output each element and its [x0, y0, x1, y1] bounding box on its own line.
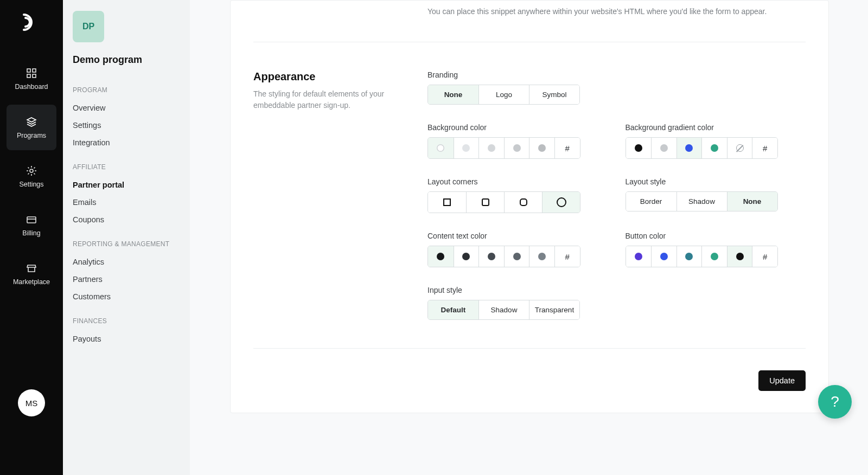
rail-label: Marketplace — [13, 278, 50, 286]
bg-color-swatch-4[interactable] — [529, 138, 554, 158]
layout-style-label: Layout style — [626, 177, 806, 186]
sidebar-link-payouts[interactable]: Payouts — [73, 330, 180, 348]
program-sidebar: DP Demo program Program Overview Setting… — [63, 0, 190, 475]
button-color-swatch-1[interactable] — [651, 246, 676, 267]
input-style-default[interactable]: Default — [428, 300, 478, 319]
text-color-swatch-0[interactable] — [428, 246, 454, 267]
rail-item-programs[interactable]: Programs — [7, 105, 56, 150]
logo-icon — [21, 12, 42, 33]
corner-option-rounded-sm[interactable] — [466, 192, 504, 213]
sidebar-link-partners[interactable]: Partners — [73, 271, 180, 288]
layout-style-field: Layout style Border Shadow None — [626, 177, 806, 213]
text-color-swatch-4[interactable] — [529, 246, 554, 267]
sidebar-link-settings[interactable]: Settings — [73, 117, 180, 134]
layout-style-border[interactable]: Border — [626, 192, 676, 211]
sidebar-section-affiliate: Affiliate — [73, 163, 180, 171]
store-icon — [25, 262, 37, 274]
svg-point-4 — [30, 169, 33, 172]
user-avatar[interactable]: MS — [18, 389, 45, 416]
bg-color-swatch-1[interactable] — [454, 138, 479, 158]
bg-color-swatch-2[interactable] — [478, 138, 504, 158]
snippet-desc: You can place this snippet anywhere with… — [427, 7, 806, 16]
program-title: Demo program — [73, 54, 180, 66]
text-color-swatch-1[interactable] — [454, 246, 479, 267]
bg-gradient-swatch-3[interactable] — [701, 138, 727, 158]
bg-color-label: Background color — [427, 123, 608, 132]
credit-card-icon — [25, 214, 37, 226]
bg-gradient-swatches: # — [626, 137, 778, 159]
bg-color-swatch-0[interactable] — [428, 138, 454, 158]
sidebar-link-partner-portal[interactable]: Partner portal — [73, 176, 180, 194]
sidebar-section-reporting: Reporting & Management — [73, 240, 180, 248]
button-color-swatch-4[interactable] — [727, 246, 752, 267]
layout-corners-options — [427, 191, 580, 213]
rail-item-marketplace[interactable]: Marketplace — [7, 251, 56, 297]
branding-option-symbol[interactable]: Symbol — [529, 85, 579, 104]
sidebar-link-emails[interactable]: Emails — [73, 194, 180, 211]
sidebar-section-program: Program — [73, 86, 180, 94]
text-color-custom[interactable]: # — [554, 246, 580, 267]
update-button[interactable]: Update — [758, 370, 806, 391]
layers-icon — [25, 116, 37, 128]
rail-item-dashboard[interactable]: Dashboard — [7, 56, 56, 101]
text-color-swatch-3[interactable] — [504, 246, 529, 267]
dashboard-icon — [25, 67, 37, 79]
svg-rect-2 — [27, 74, 30, 78]
rail-item-billing[interactable]: Billing — [7, 202, 56, 248]
branding-option-logo[interactable]: Logo — [478, 85, 529, 104]
help-icon: ? — [831, 393, 839, 410]
bg-gradient-swatch-1[interactable] — [651, 138, 676, 158]
gear-icon — [25, 165, 37, 177]
help-button[interactable]: ? — [818, 385, 852, 419]
sidebar-section-finances: Finances — [73, 317, 180, 325]
program-badge: DP — [73, 11, 104, 42]
branding-option-none[interactable]: None — [428, 85, 478, 104]
button-color-swatches: # — [626, 246, 778, 267]
bg-color-custom[interactable]: # — [554, 138, 580, 158]
appearance-title: Appearance — [253, 70, 411, 83]
layout-corners-field: Layout corners — [427, 177, 608, 213]
bg-gradient-field: Background gradient color # — [626, 123, 806, 159]
rail-label: Programs — [17, 132, 46, 139]
input-style-transparent[interactable]: Transparent — [529, 300, 579, 319]
input-style-options: Default Shadow Transparent — [427, 300, 580, 320]
rail-item-settings[interactable]: Settings — [7, 153, 56, 199]
square-corner-icon — [443, 198, 451, 206]
bg-gradient-label: Background gradient color — [626, 123, 806, 132]
layout-style-shadow[interactable]: Shadow — [676, 192, 727, 211]
input-style-field: Input style Default Shadow Transparent — [427, 286, 806, 320]
sidebar-link-analytics[interactable]: Analytics — [73, 253, 180, 271]
program-badge-initials: DP — [82, 22, 94, 31]
appearance-desc: The styling for default elements of your… — [253, 88, 411, 111]
rail-label: Dashboard — [15, 83, 48, 91]
bg-gradient-swatch-2[interactable] — [676, 138, 702, 158]
content-text-color-label: Content text color — [427, 232, 608, 240]
section-left: Appearance The styling for default eleme… — [253, 70, 411, 320]
rounded-md-corner-icon — [520, 198, 527, 206]
sidebar-link-coupons[interactable]: Coupons — [73, 211, 180, 228]
sidebar-link-customers[interactable]: Customers — [73, 288, 180, 305]
bg-gradient-swatch-0[interactable] — [626, 138, 652, 158]
app-logo — [20, 10, 44, 34]
bg-gradient-custom[interactable]: # — [752, 138, 777, 158]
sidebar-link-integration[interactable]: Integration — [73, 134, 180, 151]
button-color-swatch-0[interactable] — [626, 246, 652, 267]
input-style-shadow[interactable]: Shadow — [478, 300, 529, 319]
avatar-initials: MS — [25, 399, 38, 408]
corner-option-square[interactable] — [428, 192, 466, 213]
button-color-field: Button color # — [626, 232, 806, 267]
rail-label: Billing — [22, 229, 40, 237]
layout-style-none[interactable]: None — [727, 192, 777, 211]
bg-color-swatch-3[interactable] — [504, 138, 529, 158]
bg-color-field: Background color # — [427, 123, 608, 159]
button-color-swatch-2[interactable] — [676, 246, 702, 267]
corner-option-circle[interactable] — [542, 192, 580, 213]
bg-gradient-none[interactable] — [727, 138, 752, 158]
button-color-swatch-3[interactable] — [701, 246, 727, 267]
corner-option-rounded-md[interactable] — [504, 192, 542, 213]
sidebar-link-overview[interactable]: Overview — [73, 99, 180, 117]
svg-rect-3 — [33, 74, 36, 78]
text-color-swatch-2[interactable] — [478, 246, 504, 267]
layout-corners-label: Layout corners — [427, 177, 608, 186]
button-color-custom[interactable]: # — [752, 246, 777, 267]
